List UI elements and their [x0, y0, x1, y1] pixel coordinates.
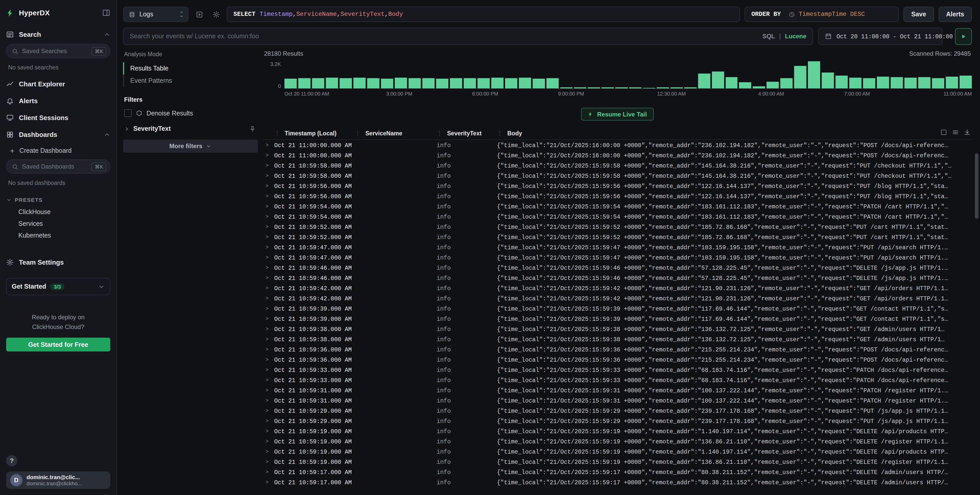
- table-row[interactable]: >Oct 21 10:59:33.000 AMinfo{"time_local"…: [263, 375, 972, 385]
- table-row[interactable]: >Oct 21 10:59:39.000 AMinfo{"time_local"…: [263, 314, 972, 324]
- histogram-bar[interactable]: [946, 76, 958, 88]
- histogram-bar[interactable]: [353, 78, 366, 88]
- histogram-bar[interactable]: [725, 77, 738, 88]
- table-row[interactable]: >Oct 21 10:59:42.000 AMinfo{"time_local"…: [263, 283, 972, 293]
- histogram-bar[interactable]: [670, 88, 682, 88]
- table-row[interactable]: >Oct 21 10:59:19.000 AMinfo{"time_local"…: [263, 426, 972, 436]
- histogram-bar[interactable]: [629, 88, 641, 88]
- histogram-bar[interactable]: [601, 88, 614, 88]
- table-row[interactable]: >Oct 21 10:59:31.000 AMinfo{"time_local"…: [263, 385, 972, 395]
- histogram-bar[interactable]: [808, 61, 821, 88]
- table-row[interactable]: >Oct 21 10:59:58.000 AMinfo{"time_local"…: [263, 170, 972, 181]
- table-row[interactable]: >Oct 21 10:59:33.000 AMinfo{"time_local"…: [263, 365, 972, 375]
- table-row[interactable]: >Oct 21 10:59:46.000 AMinfo{"time_local"…: [263, 263, 972, 273]
- row-expand-icon[interactable]: >: [263, 408, 274, 414]
- user-menu[interactable]: D dominic.tran@clic... dominic.tran@clic…: [6, 471, 110, 489]
- histogram-bar[interactable]: [781, 78, 793, 88]
- row-expand-icon[interactable]: >: [263, 449, 274, 454]
- row-expand-icon[interactable]: >: [263, 336, 274, 342]
- sidebar-item-alerts[interactable]: Alerts: [6, 92, 110, 109]
- histogram-bar[interactable]: [905, 78, 917, 88]
- row-expand-icon[interactable]: >: [263, 296, 274, 301]
- table-options-icon[interactable]: [940, 129, 947, 136]
- chevron-up-icon[interactable]: [104, 31, 110, 38]
- table-row[interactable]: >Oct 21 10:59:54.000 AMinfo{"time_local"…: [263, 201, 972, 212]
- table-row[interactable]: >Oct 21 10:59:58.000 AMinfo{"time_local"…: [263, 161, 972, 170]
- histogram-bar[interactable]: [560, 87, 572, 88]
- saved-searches-input[interactable]: Saved Searches ⌘K: [6, 44, 110, 58]
- histogram-bar[interactable]: [643, 88, 655, 88]
- histogram-bar[interactable]: [422, 78, 434, 88]
- saved-dashboards-input[interactable]: Saved Dashboards ⌘K: [6, 159, 110, 173]
- histogram-bar[interactable]: [326, 78, 338, 88]
- table-row[interactable]: >Oct 21 10:59:29.000 AMinfo{"time_local"…: [263, 406, 972, 416]
- histogram-bar[interactable]: [657, 88, 669, 88]
- row-expand-icon[interactable]: >: [263, 275, 274, 281]
- histogram-bar[interactable]: [767, 82, 779, 89]
- get-started-free-button[interactable]: Get Started for Free: [6, 337, 110, 352]
- col-body[interactable]: Body: [497, 129, 972, 137]
- table-row[interactable]: >Oct 21 10:59:19.000 AMinfo{"time_local"…: [263, 457, 972, 467]
- histogram-bar[interactable]: [932, 78, 945, 88]
- histogram-bar[interactable]: [959, 76, 972, 88]
- row-expand-icon[interactable]: >: [263, 163, 274, 168]
- table-row[interactable]: >Oct 21 10:59:38.000 AMinfo{"time_local"…: [263, 324, 972, 334]
- download-icon[interactable]: [964, 129, 971, 136]
- row-expand-icon[interactable]: >: [263, 479, 274, 485]
- histogram-bar[interactable]: [684, 88, 696, 88]
- row-expand-icon[interactable]: >: [263, 316, 274, 322]
- event-search-input[interactable]: Search your events w/ Lucene ex. column:…: [123, 28, 813, 45]
- row-expand-icon[interactable]: >: [263, 347, 274, 352]
- histogram-bar[interactable]: [285, 79, 297, 88]
- alerts-button[interactable]: Alerts: [939, 6, 972, 22]
- table-row[interactable]: >Oct 21 10:59:19.000 AMinfo{"time_local"…: [263, 436, 972, 446]
- histogram-bar[interactable]: [381, 78, 393, 88]
- row-expand-icon[interactable]: >: [263, 469, 274, 475]
- histogram-bar[interactable]: [794, 66, 807, 88]
- date-range-input[interactable]: Oct 20 11:00:00 - Oct 21 11:00:00: [818, 28, 943, 45]
- histogram-bar[interactable]: [340, 78, 352, 88]
- histogram-bar[interactable]: [505, 78, 517, 88]
- pin-icon[interactable]: [249, 126, 256, 132]
- table-row[interactable]: >Oct 21 10:59:56.000 AMinfo{"time_local"…: [263, 181, 972, 191]
- select-clause-input[interactable]: SELECT Timestamp,ServiceName,SeverityTex…: [227, 6, 740, 22]
- row-expand-icon[interactable]: >: [263, 439, 274, 444]
- save-button[interactable]: Save: [904, 6, 934, 22]
- row-density-icon[interactable]: [952, 129, 959, 136]
- preset-item[interactable]: Services: [6, 218, 110, 230]
- table-row[interactable]: >Oct 21 10:59:31.000 AMinfo{"time_local"…: [263, 395, 972, 406]
- histogram-bar[interactable]: [532, 79, 545, 88]
- denoise-results-row[interactable]: Denoise Results: [123, 109, 258, 117]
- table-row[interactable]: >Oct 21 10:59:17.000 AMinfo{"time_local"…: [263, 477, 972, 487]
- histogram-bar[interactable]: [436, 79, 449, 88]
- row-expand-icon[interactable]: >: [263, 418, 274, 424]
- table-row[interactable]: >Oct 21 11:00:00.000 AMinfo{"time_local"…: [263, 150, 972, 161]
- chevron-up-icon[interactable]: [104, 131, 110, 138]
- row-expand-icon[interactable]: >: [263, 183, 274, 189]
- table-row[interactable]: >Oct 21 11:00:00.000 AMinfo{"time_local"…: [263, 140, 972, 150]
- help-button[interactable]: ?: [6, 455, 18, 466]
- row-expand-icon[interactable]: >: [263, 255, 274, 260]
- histogram-bar[interactable]: [519, 78, 531, 88]
- get-started-card[interactable]: Get Started 3/3: [6, 278, 110, 295]
- row-expand-icon[interactable]: >: [263, 244, 274, 250]
- presets-toggle[interactable]: PRESETS: [6, 193, 110, 206]
- row-expand-icon[interactable]: >: [263, 459, 274, 465]
- row-expand-icon[interactable]: >: [263, 326, 274, 332]
- histogram-bar[interactable]: [712, 72, 724, 88]
- denoise-checkbox[interactable]: [124, 109, 132, 117]
- histogram-bar[interactable]: [450, 78, 462, 88]
- histogram-bar[interactable]: [367, 78, 379, 88]
- row-expand-icon[interactable]: >: [263, 214, 274, 220]
- row-expand-icon[interactable]: >: [263, 142, 274, 148]
- row-expand-icon[interactable]: >: [263, 428, 274, 434]
- row-expand-icon[interactable]: >: [263, 193, 274, 199]
- more-filters-button[interactable]: More filters: [123, 140, 258, 153]
- table-row[interactable]: >Oct 21 10:59:52.000 AMinfo{"time_local"…: [263, 232, 972, 242]
- table-row[interactable]: >Oct 21 10:59:47.000 AMinfo{"time_local"…: [263, 242, 972, 252]
- histogram-bar[interactable]: [491, 78, 504, 88]
- sql-mode-toggle[interactable]: SQL: [762, 33, 775, 40]
- source-settings-button[interactable]: [210, 8, 222, 21]
- row-expand-icon[interactable]: >: [263, 306, 274, 311]
- histogram-bar[interactable]: [863, 78, 875, 88]
